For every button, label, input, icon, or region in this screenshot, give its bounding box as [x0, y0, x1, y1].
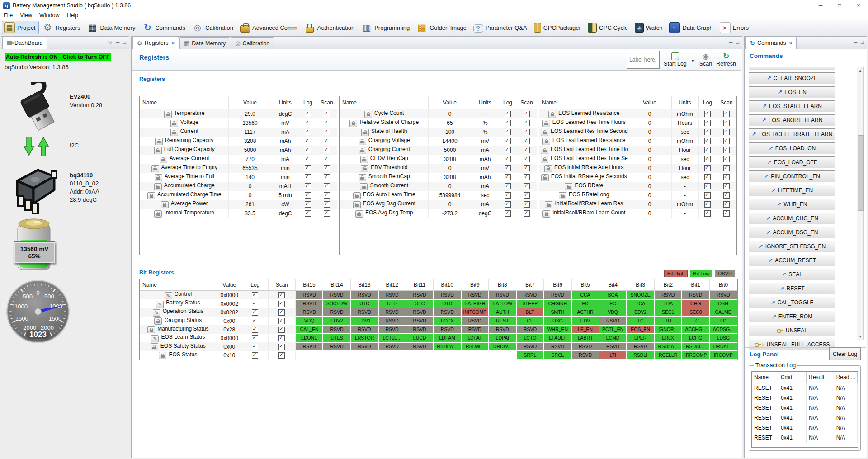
- log-checkbox[interactable]: [305, 111, 311, 117]
- log-checkbox[interactable]: [252, 292, 258, 298]
- log-checkbox[interactable]: [704, 174, 711, 180]
- log-checkbox[interactable]: [305, 201, 311, 208]
- tab-calibration[interactable]: ◎Calibration: [231, 37, 274, 49]
- log-checkbox[interactable]: [505, 129, 511, 135]
- scan-checkbox[interactable]: [278, 344, 285, 350]
- scan-checkbox[interactable]: [278, 318, 285, 324]
- scrollbar-thumb[interactable]: [858, 135, 864, 211]
- log-checkbox[interactable]: [704, 120, 711, 126]
- log-checkbox[interactable]: [505, 210, 511, 217]
- log-checkbox[interactable]: [704, 183, 711, 189]
- log-checkbox[interactable]: [252, 344, 258, 350]
- command-button-unseal[interactable]: UNSEAL: [749, 325, 835, 336]
- command-button-reset[interactable]: ↗RESET: [749, 283, 835, 294]
- auto-refresh-banner[interactable]: Auto Refresh is ON - Click to Turn OFF: [5, 53, 111, 61]
- menu-window[interactable]: Window: [36, 12, 63, 19]
- menu-view[interactable]: View: [16, 12, 36, 19]
- scan-checkbox[interactable]: [524, 192, 530, 199]
- maximize-icon[interactable]: □: [830, 0, 849, 11]
- scan-checkbox[interactable]: [324, 201, 330, 208]
- scan-checkbox[interactable]: [723, 210, 730, 217]
- tab-registers[interactable]: ⚙Registers×: [132, 37, 179, 49]
- log-checkbox[interactable]: [704, 111, 711, 117]
- log-checkbox[interactable]: [505, 111, 511, 117]
- scan-checkbox[interactable]: [278, 335, 285, 341]
- scan-checkbox[interactable]: [524, 147, 530, 153]
- log-checkbox[interactable]: [505, 120, 511, 126]
- log-checkbox[interactable]: [305, 147, 311, 153]
- command-button-lifetime_en[interactable]: ↗LIFETIME_EN: [749, 185, 835, 196]
- log-checkbox[interactable]: [505, 165, 511, 171]
- log-checkbox[interactable]: [252, 352, 258, 359]
- log-checkbox[interactable]: [305, 165, 311, 171]
- scan-checkbox[interactable]: [324, 156, 330, 162]
- toolbar-advanced-comm[interactable]: Advanced Comm: [238, 21, 301, 34]
- scan-checkbox[interactable]: [524, 201, 530, 208]
- toolbar-registers[interactable]: ⚙Registers: [40, 21, 84, 34]
- log-checkbox[interactable]: [704, 147, 711, 153]
- command-button-clear_snooze[interactable]: ↗CLEAR_SNOOZE: [749, 72, 835, 84]
- scan-checkbox[interactable]: [524, 165, 530, 171]
- command-button-accum_chg_en[interactable]: ↗ACCUM_CHG_EN: [749, 213, 835, 224]
- log-checkbox[interactable]: [252, 318, 258, 324]
- scan-button[interactable]: ◉ Scan: [699, 52, 712, 67]
- log-checkbox[interactable]: [305, 174, 311, 180]
- command-button-unseal_full_access[interactable]: +UNSEAL_FULL_ACCESS: [749, 339, 835, 350]
- toolbar-data-memory[interactable]: ▦Data Memory: [85, 21, 139, 34]
- scan-checkbox[interactable]: [723, 111, 730, 117]
- command-button-eos_load_off[interactable]: ↗EOS_LOAD_OFF: [749, 156, 835, 168]
- log-label-input[interactable]: [627, 51, 660, 69]
- scan-checkbox[interactable]: [524, 183, 530, 189]
- scan-checkbox[interactable]: [324, 111, 330, 117]
- log-checkbox[interactable]: [305, 129, 311, 135]
- menu-help[interactable]: Help: [63, 12, 82, 19]
- scan-checkbox[interactable]: [324, 165, 330, 171]
- scan-checkbox[interactable]: [524, 111, 530, 117]
- command-button-seal[interactable]: ↗SEAL: [749, 269, 835, 280]
- close-icon[interactable]: ×: [849, 0, 868, 11]
- log-checkbox[interactable]: [252, 327, 258, 333]
- scan-checkbox[interactable]: [324, 192, 330, 199]
- commands-scrollbar[interactable]: ▲ ▼: [857, 67, 864, 340]
- toolbar-programming[interactable]: ▥Programming: [359, 21, 413, 34]
- scan-checkbox[interactable]: [324, 120, 330, 126]
- scan-checkbox[interactable]: [278, 301, 285, 307]
- toolbar-parameter-qa[interactable]: ?Parameter Q&A: [471, 22, 531, 34]
- log-checkbox[interactable]: [505, 147, 511, 153]
- tab-close-icon[interactable]: ×: [789, 40, 792, 46]
- scan-checkbox[interactable]: [723, 165, 730, 171]
- log-checkbox[interactable]: [704, 129, 711, 135]
- log-checkbox[interactable]: [704, 138, 711, 144]
- command-button-pin_control_en[interactable]: ↗PIN_CONTROL_EN: [749, 170, 835, 182]
- scan-checkbox[interactable]: [723, 201, 730, 208]
- scan-checkbox[interactable]: [278, 327, 285, 333]
- log-checkbox[interactable]: [704, 201, 711, 208]
- log-checkbox[interactable]: [305, 156, 311, 162]
- log-checkbox[interactable]: [505, 192, 511, 199]
- maximize-panel-icon[interactable]: □: [736, 39, 739, 45]
- scroll-up-icon[interactable]: ▲: [857, 67, 863, 74]
- minimize-icon[interactable]: ─: [811, 0, 830, 11]
- log-checkbox[interactable]: [252, 335, 258, 341]
- command-button-enter_rom[interactable]: ↗ENTER_ROM: [749, 311, 835, 322]
- log-checkbox[interactable]: [505, 156, 511, 162]
- command-button-whr_en[interactable]: ↗WHR_EN: [749, 199, 835, 210]
- toolbar-errors[interactable]: ×Errors: [717, 21, 752, 34]
- scan-checkbox[interactable]: [723, 147, 730, 153]
- tab-close-icon[interactable]: ×: [171, 40, 174, 46]
- scan-checkbox[interactable]: [524, 138, 530, 144]
- toolbar-golden-image[interactable]: ▩Golden Image: [414, 21, 470, 34]
- scan-checkbox[interactable]: [324, 147, 330, 153]
- log-checkbox[interactable]: [252, 301, 258, 307]
- log-checkbox[interactable]: [305, 183, 311, 189]
- command-button-accum_dsg_en[interactable]: ↗ACCUM_DSG_EN: [749, 227, 835, 238]
- toolbar-calibration[interactable]: ◎Calibration: [190, 21, 237, 34]
- toolbar-gpc-cycle[interactable]: GPC Cycle: [585, 21, 632, 34]
- log-checkbox[interactable]: [505, 183, 511, 189]
- scan-checkbox[interactable]: [324, 183, 330, 189]
- scan-checkbox[interactable]: [524, 210, 530, 217]
- scan-checkbox[interactable]: [723, 174, 730, 180]
- log-checkbox[interactable]: [505, 138, 511, 144]
- scan-checkbox[interactable]: [278, 352, 285, 359]
- maximize-panel-icon[interactable]: □: [861, 39, 864, 45]
